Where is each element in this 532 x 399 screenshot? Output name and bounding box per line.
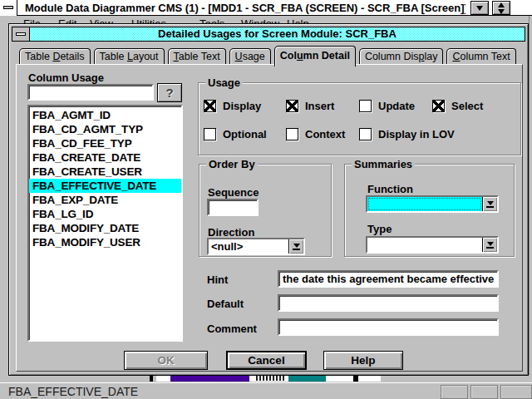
default-input[interactable]: [278, 294, 499, 312]
comment-label: Comment: [207, 323, 257, 335]
dropdown-arrow-icon: [487, 242, 494, 246]
order-by-group-label: Order By: [206, 158, 258, 170]
direction-label: Direction: [208, 226, 254, 239]
help-question-icon: ?: [158, 84, 181, 101]
status-panel-1: [441, 385, 468, 399]
function-value: [367, 197, 482, 211]
window-restore-button[interactable]: [492, 1, 510, 15]
window-title: Module Data Diagrammer CMS (1) - [MDD1 -…: [25, 0, 466, 16]
tab-table-text[interactable]: Table Text: [168, 48, 226, 64]
insert-checkbox-label: Insert: [305, 100, 334, 112]
cancel-button[interactable]: Cancel: [226, 351, 307, 370]
status-text: FBA_EFFECTIVE_DATE: [8, 385, 138, 398]
usage-group-label: Usage: [205, 76, 243, 89]
down-arrow-icon: [476, 6, 483, 11]
list-item[interactable]: FBA_CREATE_USER: [29, 165, 181, 179]
tab-column-display[interactable]: Column Display: [359, 48, 444, 64]
list-item[interactable]: FBA_MODIFY_DATE: [29, 221, 181, 235]
default-label: Default: [207, 298, 244, 310]
type-dropdown-button[interactable]: [482, 238, 497, 252]
tab-table-layout[interactable]: Table Layout: [94, 48, 165, 64]
function-dropdown[interactable]: [366, 195, 499, 213]
display-checkbox-label: Display: [223, 100, 261, 112]
summaries-group: Summaries Function Type: [344, 164, 515, 257]
update-checkbox-label: Update: [378, 100, 415, 112]
down-arrow-icon: [498, 9, 505, 14]
insert-checkbox[interactable]: [286, 100, 298, 112]
tab-usage[interactable]: Usage: [229, 48, 271, 64]
sequence-label: Sequence: [208, 186, 259, 199]
direction-dropdown[interactable]: <null>: [207, 238, 305, 255]
comment-input[interactable]: [278, 318, 499, 336]
type-label: Type: [367, 223, 392, 235]
list-item[interactable]: FBA_CD_AGMT_TYP: [29, 122, 181, 136]
update-checkbox[interactable]: [359, 100, 372, 112]
status-panel-2: [470, 385, 498, 399]
document-restore-button[interactable]: [470, 1, 489, 15]
tab-column-detail[interactable]: Column Detail: [274, 46, 356, 66]
optional-checkbox[interactable]: [204, 128, 216, 140]
sequence-input[interactable]: [207, 199, 259, 216]
select-checkbox-label: Select: [451, 100, 483, 112]
list-item[interactable]: FBA_AGMT_ID: [29, 108, 181, 122]
direction-dropdown-button[interactable]: [288, 239, 303, 254]
function-dropdown-button[interactable]: [482, 197, 497, 211]
optional-checkbox-label: Optional: [223, 128, 267, 140]
window-menu-dash-icon: [3, 6, 13, 9]
type-value: [367, 238, 482, 252]
status-panel-3: [500, 385, 532, 399]
dropdown-arrow-icon: [293, 244, 300, 248]
list-item[interactable]: FBA_EXP_DATE: [29, 193, 181, 207]
main-titlebar: Module Data Diagrammer CMS (1) - [MDD1 -…: [0, 0, 532, 16]
column-usage-label: Column Usage: [28, 71, 104, 84]
display-in-lov-checkbox[interactable]: [359, 128, 372, 140]
statusbar: FBA_EFFECTIVE_DATE: [0, 382, 532, 399]
list-item[interactable]: FBA_MODIFY_USER: [29, 235, 181, 249]
select-checkbox[interactable]: [432, 100, 445, 112]
hint-input[interactable]: [278, 270, 499, 288]
detailed-usages-dialog: Detailed Usages for Screen Module: SCR_F…: [8, 23, 529, 376]
ok-button[interactable]: OK: [124, 351, 208, 370]
context-checkbox-label: Context: [305, 128, 345, 140]
display-in-lov-checkbox-label: Display in LOV: [378, 128, 455, 140]
list-item[interactable]: FBA_CD_FEE_TYP: [29, 136, 181, 150]
help-button[interactable]: Help: [323, 351, 403, 370]
display-checkbox[interactable]: [204, 100, 216, 112]
list-item[interactable]: FBA_CREATE_DATE: [29, 150, 181, 165]
column-usage-filter-input[interactable]: [27, 84, 154, 101]
context-checkbox[interactable]: [286, 128, 298, 140]
tabstrip: Table Details Table Layout Table Text Us…: [19, 46, 516, 64]
tab-column-text[interactable]: Column Text: [446, 48, 515, 64]
column-usage-lov-button[interactable]: ?: [157, 83, 182, 102]
up-arrow-icon: [498, 2, 505, 7]
list-item-selected[interactable]: FBA_EFFECTIVE_DATE: [29, 179, 181, 193]
function-label: Function: [367, 183, 413, 195]
tab-table-details[interactable]: Table Details: [19, 48, 91, 64]
type-dropdown[interactable]: [366, 236, 499, 254]
order-by-group: Order By Sequence Direction <null>: [199, 164, 332, 257]
summaries-group-label: Summaries: [352, 158, 415, 170]
hint-label: Hint: [207, 273, 228, 286]
window-menu-button[interactable]: [0, 0, 17, 16]
direction-value: <null>: [209, 239, 288, 254]
list-item[interactable]: FBA_LG_ID: [29, 207, 181, 221]
dropdown-arrow-icon: [487, 201, 494, 205]
usage-group: Usage Display Insert Update Select Optio…: [198, 82, 521, 155]
column-usage-list[interactable]: FBA_AGMT_ID FBA_CD_AGMT_TYP FBA_CD_FEE_T…: [27, 105, 183, 342]
